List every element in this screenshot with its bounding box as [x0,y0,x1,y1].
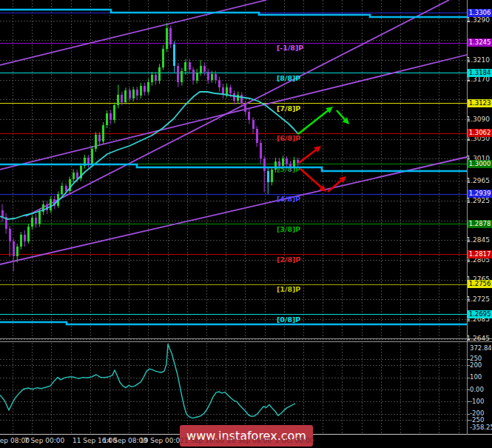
candle-body [38,212,41,224]
candle-body [35,218,37,224]
chart-canvas: [-1/8]P[8/8]P[7/8]P[6/8]P[5/8]P[4/8]P[3/… [0,0,492,448]
candle-body [65,186,67,191]
candle-body [240,95,243,104]
trendline [0,157,467,264]
candle-body [229,87,232,94]
horizontal-gridlines [0,21,467,421]
candle-body [16,247,18,256]
vertical-gridlines [13,0,459,434]
murrey-label: [-1/8]P [277,44,303,52]
candle-body [282,158,284,166]
indicator-min-label: -358.25 [470,424,492,432]
indicator-tick-label: 200 [470,361,482,370]
murrey-label: [4/8]P [277,195,300,203]
candle-body [166,28,168,50]
trendline [0,55,467,170]
candle-body [181,71,183,82]
murrey-label: [8/8]P [277,74,300,82]
price-badge: 1.3123 [468,99,492,107]
candle-body [91,149,93,164]
candle-body [50,199,52,210]
price-tick-label: 1.3090 [465,116,490,124]
candle-body [61,186,63,194]
murrey-label: [7/8]P [277,104,300,113]
price-tick-label: 1.2725 [465,295,490,304]
price-badge: 1.3184 [468,69,492,77]
price-tick-label: 1.2645 [465,335,490,343]
candle-body [233,93,235,100]
murrey-label: [0/8]P [277,315,300,324]
candle-body [155,75,157,81]
price-badge: 1.2817 [468,250,492,258]
price-tick-label: 1.3210 [465,56,490,64]
candle-body [184,62,186,70]
price-badge: 1.2695 [468,310,492,318]
candle-body [121,95,123,102]
candle-body [144,86,146,93]
candle-body [9,229,11,241]
price-badge: 1.3000 [468,160,492,168]
time-label: 1 Oct 00:00 [275,437,314,445]
candle-body [87,158,90,164]
candle-body [173,44,175,66]
murrey-label: [2/8]P [277,255,300,264]
candle-body [278,161,280,167]
candle-body [189,62,191,70]
candle-body [215,74,217,80]
candle-body [226,87,228,95]
candle-body [132,90,135,98]
candle-body [1,210,4,217]
forex-chart-window: [-1/8]P[8/8]P[7/8]P[6/8]P[5/8]P[4/8]P[3/… [0,0,492,448]
price-badge: 1.3306 [468,9,492,17]
moving-average-line [0,92,298,219]
oscillator-line [0,344,295,418]
price-badge: 1.3245 [468,39,492,47]
candle-body [113,105,115,120]
candle-body [147,82,149,92]
indicator-max-label: 372.8496 [470,344,492,352]
forecast-arrow-shaft [299,150,316,163]
candle-body [260,143,262,158]
candle-body [162,49,164,67]
candle-body [169,28,172,44]
candle-body [117,95,119,106]
candle-body [267,171,269,182]
candle-body [102,125,104,141]
candle-body [207,72,209,80]
candle-body [218,80,220,87]
candle-body [24,235,26,241]
price-badge: 1.2939 [468,190,492,198]
candle-body [192,70,195,81]
price-badge: 1.2756 [468,280,492,288]
candle-body [31,218,33,227]
candle-body [252,120,255,129]
support-resistance-line [0,164,467,171]
candle-body [158,67,161,81]
murrey-label: [1/8]P [277,285,300,293]
candle-body [129,90,131,98]
candle-body [200,66,202,73]
indicator-tick-label: -100 [470,398,484,406]
time-label: 21 Sep 16:00 [180,437,224,445]
candle-body [286,158,288,164]
candle-body [106,113,108,125]
price-tick-label: 1.2845 [465,236,490,244]
candle-body [140,86,142,96]
forecast-arrow-shaft [337,110,345,119]
candle-body [271,170,273,182]
candle-body [124,90,127,101]
candle-body [274,161,277,170]
support-resistance-line [0,322,467,324]
indicator-tick-label: 100 [470,373,482,381]
trendline [26,0,449,216]
indicator-tick-label: -250 [470,416,484,424]
price-tick-label: 1.2965 [465,177,490,185]
candle-body [237,95,239,101]
time-label: 19 Sep 00:00 [140,437,184,445]
candle-body [95,135,97,149]
candle-body [196,73,198,81]
candle-body [20,235,22,247]
candle-body [109,113,112,120]
candle-body [98,135,101,141]
murrey-label: [3/8]P [277,225,300,233]
